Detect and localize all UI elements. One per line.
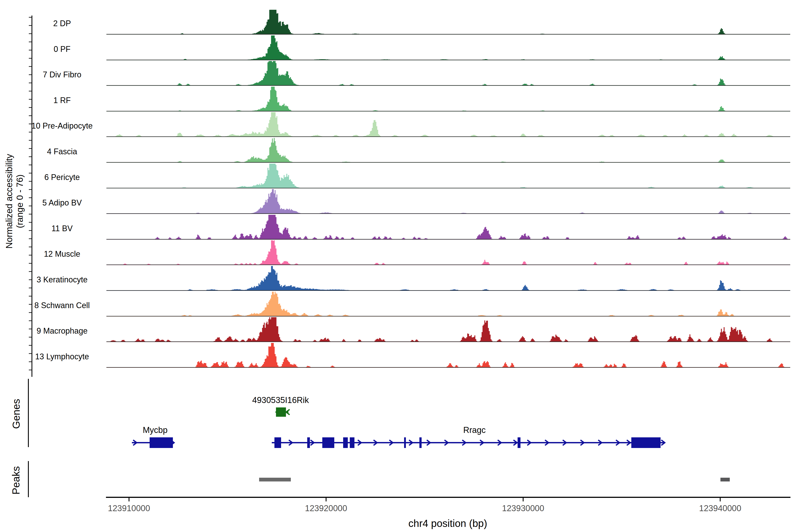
gene-exon	[404, 437, 406, 448]
coverage-track	[107, 188, 790, 214]
x-axis-line	[106, 497, 791, 498]
x-axis-tick-label: 123920000	[293, 504, 359, 513]
gene-exon	[307, 437, 310, 448]
gene-models: Mycbp4930535I16RikRragc	[107, 377, 790, 466]
peak-regions	[107, 474, 790, 487]
x-axis-tick-label: 123930000	[490, 504, 556, 513]
track-label: 1 RF	[22, 96, 102, 105]
gene-exon	[518, 437, 520, 448]
x-axis-title: chr4 position (bp)	[381, 517, 514, 529]
coverage-track	[107, 9, 790, 35]
x-axis-tick	[720, 498, 721, 501]
coverage-track	[107, 35, 790, 60]
track-label: 7 Div Fibro	[22, 70, 102, 79]
coverage-track	[107, 86, 790, 112]
track-label: 12 Muscle	[22, 250, 102, 259]
gene-name-label: 4930535I16Rik	[252, 396, 309, 405]
coverage-track	[107, 60, 790, 86]
track-label: 0 PF	[22, 45, 102, 54]
gene-exon	[274, 437, 281, 448]
coverage-plot: Normalized accessibility (range 0 - 76) …	[0, 0, 798, 532]
y-axis-title: Normalized accessibility (range 0 - 76)	[4, 101, 25, 301]
coverage-track	[107, 111, 790, 137]
track-label: 11 BV	[22, 224, 102, 233]
gene-exon	[350, 437, 355, 448]
gene-name-label: Mycbp	[143, 425, 168, 435]
coverage-track	[107, 342, 790, 368]
x-axis-tick	[129, 498, 130, 501]
track-label: 13 Lymphocyte	[22, 352, 102, 361]
peak-region-bar	[259, 478, 291, 481]
track-label: 10 Pre-Adipocyte	[22, 121, 102, 130]
coverage-track	[107, 240, 790, 265]
gene-exon	[150, 437, 173, 448]
tracks-axis-ruler	[26, 13, 32, 379]
y-axis-title-line1: Normalized accessibility	[4, 101, 14, 301]
gene-exon	[322, 437, 334, 448]
track-label: 4 Fascia	[22, 147, 102, 156]
x-axis-tick	[326, 498, 326, 501]
peaks-section-label: Peaks	[10, 456, 22, 505]
coverage-track	[107, 163, 790, 188]
track-label: 2 DP	[22, 19, 102, 28]
x-axis-tick-label: 123940000	[687, 504, 754, 513]
genes-section-label: Genes	[10, 390, 22, 438]
coverage-track	[107, 214, 790, 240]
peak-region-bar	[720, 478, 730, 481]
genes-bracket	[28, 379, 29, 447]
coverage-track	[107, 291, 790, 317]
x-axis-tick-label: 123910000	[96, 504, 162, 513]
gene-exon	[343, 437, 348, 448]
coverage-track	[107, 137, 790, 163]
track-label: 8 Schwann Cell	[22, 301, 102, 310]
gene-exon	[276, 407, 286, 417]
x-axis-tick	[523, 498, 524, 501]
coverage-track	[107, 316, 790, 342]
gene-name-label: Rragc	[463, 425, 486, 435]
coverage-track	[107, 265, 790, 291]
peaks-bracket	[28, 461, 29, 497]
track-label: 6 Pericyte	[22, 173, 102, 182]
gene-exon	[419, 437, 422, 448]
track-label: 5 Adipo BV	[22, 198, 102, 207]
gene-exon	[631, 437, 661, 448]
track-label: 9 Macrophage	[22, 326, 102, 335]
track-label: 3 Keratinocyte	[22, 275, 102, 284]
